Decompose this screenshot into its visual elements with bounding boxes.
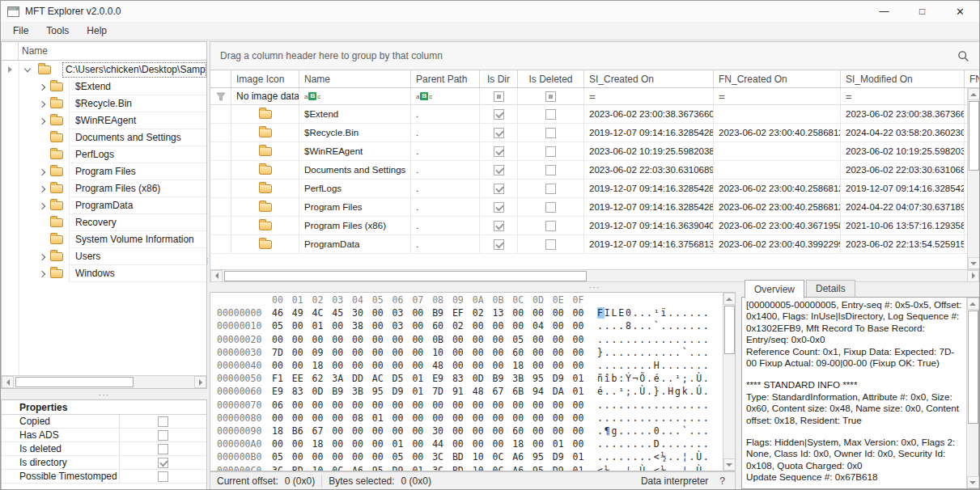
collapse-expander[interactable] — [19, 69, 36, 71]
scroll-right-button[interactable] — [194, 376, 206, 388]
table-row[interactable]: $Extend . 2023-06-02 23:00:38.3673660 20… — [210, 105, 979, 124]
column-header-is-dir[interactable]: Is Dir — [480, 70, 518, 87]
table-row[interactable]: PerfLogs . 2019-12-07 09:14:16.3285428 2… — [210, 180, 979, 198]
tree-item[interactable]: System Volume Information — [2, 231, 206, 248]
close-button[interactable]: ✕ — [941, 1, 979, 22]
is-deleted-checkbox[interactable] — [158, 444, 168, 454]
tree-item[interactable]: Users — [2, 248, 206, 265]
scroll-down-button[interactable] — [723, 458, 736, 471]
column-header-parent-path[interactable]: Parent Path — [411, 70, 480, 87]
possible-timestomped-checkbox[interactable] — [158, 471, 168, 482]
is-deleted-checkbox[interactable] — [545, 109, 556, 120]
hex-row[interactable]: 0000009018 B6 67 00 00 00 00 00 30 00 00… — [217, 425, 723, 437]
has-ads-checkbox[interactable] — [158, 430, 168, 441]
filter-is-deleted[interactable] — [518, 88, 584, 104]
indeterminate-checkbox[interactable] — [494, 91, 504, 102]
table-row[interactable]: Program Files . 2019-12-07 09:14:16.3285… — [210, 198, 979, 217]
tree-item[interactable]: $Recycle.Bin — [2, 95, 206, 112]
is-deleted-checkbox[interactable] — [545, 165, 556, 175]
is-deleted-checkbox[interactable] — [545, 202, 556, 213]
hex-vertical-scrollbar[interactable] — [723, 293, 735, 471]
horizontal-splitter[interactable]: ··· — [1, 389, 207, 399]
column-header-name[interactable]: Name — [299, 70, 411, 87]
tree-item[interactable]: Windows — [2, 265, 206, 282]
hex-row[interactable]: 0000007006 00 00 00 00 00 00 00 00 00 00… — [217, 399, 723, 412]
search-icon[interactable] — [957, 50, 969, 62]
is-dir-checkbox[interactable] — [494, 109, 504, 120]
hex-row[interactable]: 0000000046 49 4C 45 30 00 03 00 B9 EF 02… — [217, 306, 723, 319]
hex-row[interactable]: 00000050F1 EE 62 3A DD AC D5 01 E9 83 0D… — [217, 372, 723, 385]
scrollbar-thumb[interactable] — [724, 306, 735, 354]
filter-image-icon[interactable]: No image data — [231, 88, 299, 104]
is-directory-checkbox[interactable] — [158, 458, 168, 468]
data-interpreter-button[interactable]: Data interpreter — [641, 475, 708, 487]
tree-item[interactable]: Documents and Settings — [2, 129, 206, 146]
menu-file[interactable]: File — [4, 25, 37, 36]
table-row[interactable]: $Recycle.Bin . 2019-12-07 09:14:16.32854… — [210, 124, 979, 142]
hex-row[interactable]: 000000C03C BD 10 0C A6 95 D9 01 3C BD 10… — [217, 464, 723, 471]
hex-row[interactable]: 000000A000 00 18 00 00 00 01 00 44 00 00… — [217, 437, 723, 450]
copied-checkbox[interactable] — [158, 416, 168, 427]
column-header-fn-created[interactable]: FN_Created On — [714, 70, 841, 87]
tab-overview[interactable]: Overview — [745, 280, 804, 298]
is-dir-checkbox[interactable] — [494, 146, 504, 157]
is-deleted-checkbox[interactable] — [545, 239, 556, 250]
scrollbar-thumb[interactable] — [969, 101, 979, 171]
table-row[interactable]: ProgramData . 2019-12-07 09:14:16.375681… — [210, 235, 979, 254]
scroll-left-button[interactable] — [210, 270, 223, 282]
expander[interactable] — [34, 272, 50, 277]
expander[interactable] — [34, 85, 50, 90]
hex-content[interactable]: 00 01 02 03 04 05 06 07 08 09 0A 0B 0C 0… — [210, 293, 723, 471]
table-row[interactable]: Documents and Settings . 2023-06-02 22:0… — [210, 161, 979, 180]
column-header-si-modified[interactable]: SI_Modified On — [841, 70, 965, 87]
grid-vertical-scrollbar[interactable] — [967, 88, 979, 269]
hex-row[interactable]: 0000002000 00 00 00 00 00 00 00 0B 00 00… — [217, 333, 723, 346]
expander[interactable] — [34, 255, 50, 260]
expander[interactable] — [34, 119, 50, 124]
is-deleted-checkbox[interactable] — [545, 221, 556, 231]
filter-fn-created[interactable]: = — [714, 88, 841, 104]
tree-header[interactable]: Name — [2, 42, 206, 61]
expander[interactable] — [34, 187, 50, 192]
indeterminate-checkbox[interactable] — [545, 91, 556, 102]
scroll-down-button[interactable] — [968, 257, 980, 269]
is-dir-checkbox[interactable] — [494, 202, 504, 213]
scroll-up-button[interactable] — [723, 293, 736, 305]
tree-item[interactable]: $WinREAgent — [2, 112, 206, 129]
hex-row[interactable]: 0000004000 00 18 00 00 00 00 00 48 00 00… — [217, 359, 723, 372]
is-deleted-checkbox[interactable] — [545, 128, 556, 138]
scrollbar-thumb[interactable] — [968, 310, 978, 424]
scroll-up-button[interactable] — [967, 298, 979, 310]
menu-tools[interactable]: Tools — [37, 25, 78, 36]
is-dir-checkbox[interactable] — [494, 184, 504, 194]
filter-funnel-icon[interactable] — [216, 92, 226, 101]
expander[interactable] — [34, 170, 50, 175]
expander[interactable] — [34, 102, 50, 107]
tree-item[interactable]: PerfLogs — [2, 146, 206, 163]
column-header-si-created[interactable]: SI_Created On — [584, 70, 714, 87]
expander[interactable] — [34, 204, 50, 209]
scrollbar-thumb[interactable] — [224, 271, 587, 281]
overview-scrollbar[interactable] — [966, 298, 978, 488]
filter-is-dir[interactable] — [480, 88, 518, 104]
table-row[interactable]: $WinREAgent . 2023-06-02 10:19:25.598203… — [210, 142, 979, 161]
tree-root-node[interactable]: C:\Users\chicken\Desktop\Samples\ — [2, 61, 206, 78]
scroll-left-button[interactable] — [2, 376, 14, 388]
maximize-button[interactable]: □ — [903, 1, 941, 22]
minimize-button[interactable]: — — [865, 1, 903, 22]
group-by-panel[interactable]: Drag a column header here to group by th… — [210, 41, 979, 70]
hex-row[interactable]: 000000B005 00 00 00 00 00 05 00 3C BD 10… — [217, 450, 723, 463]
tree-item[interactable]: Program Files (x86) — [2, 180, 206, 197]
tree-item[interactable]: ProgramData — [2, 197, 206, 214]
table-row[interactable]: Program Files (x86) . 2019-12-07 09:14:1… — [210, 217, 979, 235]
column-header-image-icon[interactable]: Image Icon — [231, 70, 299, 87]
is-dir-checkbox[interactable] — [494, 165, 504, 175]
tree-item[interactable]: $Extend — [2, 78, 206, 95]
tab-details[interactable]: Details — [806, 280, 855, 298]
hex-row[interactable]: 000000307D 00 09 00 00 00 00 00 10 00 00… — [217, 346, 723, 359]
scroll-down-button[interactable] — [967, 476, 979, 488]
hex-row[interactable]: 00000060E9 83 0D B9 3B 95 D9 01 7D 91 48… — [217, 385, 723, 398]
filter-si-modified[interactable]: = — [841, 88, 965, 104]
filter-parent-path[interactable]: aBc — [411, 88, 480, 104]
is-dir-checkbox[interactable] — [494, 128, 504, 138]
